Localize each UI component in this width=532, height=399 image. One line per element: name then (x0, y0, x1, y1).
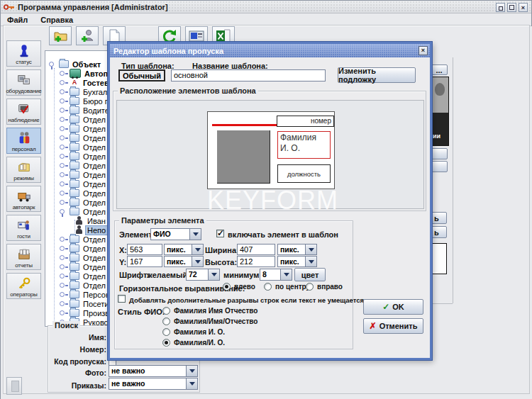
radio-icon[interactable] (223, 283, 231, 291)
tree-toggle-icon[interactable] (60, 172, 68, 178)
close-icon[interactable]: × (519, 3, 528, 12)
tree-item[interactable]: Персона (45, 290, 116, 299)
add-person-button[interactable] (76, 26, 99, 45)
sidebar-button-monitoring[interactable]: наблюдение (6, 99, 41, 125)
sidebar-button-modes[interactable]: режимы (6, 157, 41, 183)
tree-toggle-icon[interactable] (60, 190, 68, 196)
tree-toggle-icon[interactable] (60, 208, 68, 215)
tree-item[interactable]: Отдел пр (45, 198, 118, 207)
tree-item[interactable]: Отдел р (45, 244, 113, 253)
sidebar-button-guests[interactable]: гости (6, 215, 41, 241)
tree-item[interactable]: Отдел на (45, 161, 118, 170)
height-input[interactable]: 212 (237, 256, 275, 267)
tree-toggle-icon[interactable] (60, 273, 68, 279)
radio-icon[interactable] (162, 307, 170, 315)
tree-toggle-icon[interactable] (49, 61, 57, 67)
tree-item[interactable]: Отдел а (45, 124, 113, 133)
radio-icon[interactable] (162, 339, 170, 347)
tree-item[interactable]: Объект (45, 60, 102, 69)
chevron-down-icon[interactable] (186, 366, 197, 376)
tree-item[interactable]: Отдел о (45, 179, 113, 189)
height-units-select[interactable]: пикс. (277, 256, 317, 267)
tree-item[interactable]: Отдел у (45, 271, 113, 281)
fio-style-option[interactable]: Фамилия/Имя/Отчество (162, 317, 257, 325)
x-input[interactable]: 563 (127, 244, 162, 255)
tree-toggle-icon[interactable] (60, 98, 68, 104)
tree-toggle-icon[interactable] (60, 135, 68, 141)
title-bar[interactable]: Программа управления [Administrator] × (1, 1, 531, 13)
include-element-checkbox[interactable] (216, 230, 224, 237)
tree-toggle-icon[interactable] (60, 89, 68, 95)
extra-line-breaks-checkbox[interactable] (118, 295, 126, 303)
photo-element[interactable] (217, 130, 270, 184)
tree-toggle-icon[interactable] (60, 245, 68, 252)
radio-icon[interactable] (162, 317, 170, 325)
sidebar-button-equipment[interactable]: оборудование (6, 69, 41, 96)
tree-item[interactable]: Отдел ка (45, 133, 117, 142)
ok-button[interactable]: ✓ OK (363, 299, 423, 315)
tree-toggle-icon[interactable] (60, 144, 68, 150)
tree-toggle-icon[interactable] (60, 153, 68, 159)
cancel-button[interactable]: ✗ Отменить (363, 318, 423, 334)
tree-item[interactable]: Отдел А (45, 115, 114, 124)
maximize-icon[interactable] (507, 3, 516, 12)
tree-item[interactable]: Отдел ра (45, 207, 118, 216)
tree-item[interactable]: Водител (45, 106, 115, 115)
sidebar-button-fleet[interactable]: автопарк (6, 186, 41, 212)
fio-style-option[interactable]: Фамилия Имя Отчество (162, 307, 257, 315)
add-folder-button[interactable] (49, 26, 72, 45)
menu-item-help[interactable]: Справка (34, 16, 79, 24)
tree-toggle-icon[interactable] (60, 125, 68, 132)
tree-toggle-icon[interactable] (60, 79, 68, 86)
tree-toggle-icon[interactable] (60, 300, 68, 307)
halign-option[interactable]: влево (223, 283, 255, 291)
chevron-down-icon[interactable] (208, 269, 219, 280)
tree-toggle-icon[interactable] (60, 107, 68, 113)
font-min-select[interactable]: 8 (260, 269, 292, 281)
fio-style-option[interactable]: Фамилия/И. О. (162, 339, 225, 347)
chevron-down-icon[interactable] (192, 257, 203, 266)
tree-toggle-icon[interactable] (60, 310, 68, 316)
chevron-down-icon[interactable] (186, 378, 197, 389)
tree-toggle-icon[interactable] (60, 236, 68, 242)
sidebar-button-personnel[interactable]: персонал (6, 128, 41, 154)
template-name-input[interactable]: основной (171, 69, 326, 82)
tree-item[interactable]: Отдел о (45, 170, 113, 179)
dialog-close-icon[interactable]: × (419, 46, 428, 55)
chevron-down-icon[interactable] (305, 257, 316, 266)
tree-item[interactable]: Отдел у (45, 281, 113, 290)
fio-style-option[interactable]: Фамилия И. О. (162, 328, 225, 336)
sidebar-button-operators[interactable]: операторы (6, 273, 41, 299)
radio-icon[interactable] (306, 283, 314, 291)
tree-toggle-icon[interactable] (60, 181, 68, 187)
change-background-button[interactable]: Изменить подложку (338, 67, 416, 83)
font-desired-select[interactable]: 72 (186, 269, 220, 281)
radio-icon[interactable] (162, 328, 170, 336)
radio-icon[interactable] (264, 283, 272, 291)
tree-item[interactable]: Непо (45, 225, 107, 235)
tree-item[interactable]: Иван (45, 216, 107, 225)
tree-item[interactable]: Посетит (45, 299, 114, 308)
width-units-select[interactable]: пикс. (277, 244, 317, 255)
width-input[interactable]: 407 (237, 244, 275, 255)
tree-toggle-icon[interactable] (60, 291, 68, 298)
tree-item[interactable]: Отдел те (45, 262, 117, 271)
tree-item[interactable]: Отдел пе (45, 142, 118, 152)
more-button[interactable]: ... (431, 64, 448, 75)
tree-item[interactable]: Отдел та (45, 253, 117, 262)
fio-element-selected[interactable]: Фамилия И. О. (277, 131, 331, 159)
orders-filter-select[interactable]: не важно (109, 378, 198, 390)
y-input[interactable]: 167 (127, 256, 162, 267)
chevron-down-icon[interactable] (189, 229, 201, 240)
chevron-down-icon[interactable] (192, 245, 203, 254)
halign-option[interactable]: вправо (306, 283, 343, 291)
tree-item[interactable]: Бухгалте (45, 87, 116, 96)
chevron-down-icon[interactable] (305, 245, 316, 254)
menu-item-file[interactable]: Файл (1, 16, 34, 24)
sidebar-button-reports[interactable]: отчеты (6, 244, 41, 270)
tree-toggle-icon[interactable] (60, 116, 68, 123)
tree-item[interactable]: Отдел м (45, 152, 114, 161)
dialog-title-bar[interactable]: Редактор шаблона пропуска (110, 44, 430, 57)
tree-item[interactable]: Произво (45, 308, 115, 317)
position-element[interactable]: должность (277, 164, 331, 183)
